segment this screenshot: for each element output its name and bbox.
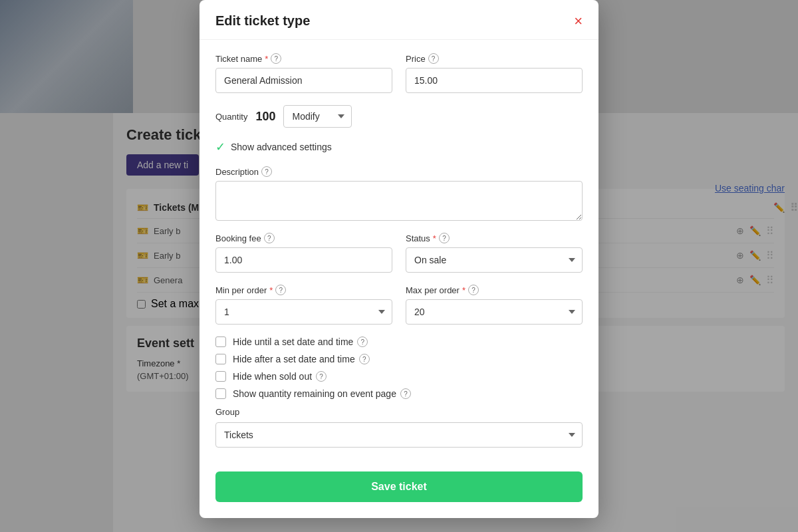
save-ticket-button[interactable]: Save ticket [215,471,583,502]
quantity-value: 100 [255,110,275,124]
hide-sold-out-label: Hide when sold out ? [233,371,327,382]
min-required: * [269,285,273,295]
advanced-settings-checkmark: ✓ [215,140,225,154]
close-modal-button[interactable]: × [574,14,583,29]
price-input[interactable] [406,68,583,93]
ticket-name-help-icon[interactable]: ? [271,53,281,64]
show-quantity-help-icon[interactable]: ? [400,388,411,399]
modal-overlay: Edit ticket type × Ticket name * ? Price [0,0,798,532]
description-label: Description ? [215,166,583,177]
hide-sold-out-checkbox[interactable] [215,371,226,382]
min-per-order-select[interactable]: 1 2 3 [215,299,392,325]
price-group: Price ? [406,53,583,93]
modal-title: Edit ticket type [215,13,310,29]
status-help-icon[interactable]: ? [439,233,450,243]
status-select[interactable]: On sale Off sale Sold out Hidden [406,247,583,273]
hide-after-help-icon[interactable]: ? [359,354,370,364]
ticket-name-label: Ticket name * ? [215,53,392,64]
ticket-name-input[interactable] [215,68,392,93]
hide-until-item: Hide until a set date and time ? [215,336,583,347]
advanced-settings-row: ✓ Show advanced settings [215,140,583,154]
quantity-label: Quantity [215,112,247,122]
price-help-icon[interactable]: ? [428,53,439,64]
booking-status-row: Booking fee ? Status * ? On sale Off sal… [215,233,583,273]
booking-fee-help-icon[interactable]: ? [264,233,275,243]
quantity-row: Quantity 100 Modify Set Unlimited [215,105,583,128]
hide-until-label: Hide until a set date and time ? [233,336,368,347]
hide-until-checkbox[interactable] [215,336,226,347]
modal-footer: Save ticket [200,461,598,518]
hide-until-help-icon[interactable]: ? [357,336,368,347]
booking-fee-label: Booking fee ? [215,233,392,243]
ticket-name-group: Ticket name * ? [215,53,392,93]
group-section: Group Tickets VIP General [215,407,583,448]
checkbox-group: Hide until a set date and time ? Hide af… [215,336,583,399]
booking-fee-input[interactable] [215,247,392,273]
min-max-row: Min per order * ? 1 2 3 Max per order * … [215,285,583,325]
max-required: * [462,285,466,295]
show-quantity-item: Show quantity remaining on event page ? [215,388,583,399]
hide-sold-out-help-icon[interactable]: ? [316,371,327,382]
quantity-select[interactable]: Modify Set Unlimited [283,105,352,128]
edit-ticket-modal: Edit ticket type × Ticket name * ? Price [200,0,598,518]
hide-sold-out-item: Hide when sold out ? [215,371,583,382]
ticket-name-required: * [265,54,268,64]
min-per-order-label: Min per order * ? [215,285,392,295]
price-label: Price ? [406,53,583,64]
name-price-row: Ticket name * ? Price ? [215,53,583,93]
description-input[interactable] [215,181,583,221]
booking-fee-group: Booking fee ? [215,233,392,273]
status-required: * [433,233,436,243]
status-group: Status * ? On sale Off sale Sold out Hid… [406,233,583,273]
description-help-icon[interactable]: ? [261,166,272,177]
show-quantity-checkbox[interactable] [215,388,226,399]
hide-after-checkbox[interactable] [215,354,226,364]
status-label: Status * ? [406,233,583,243]
modal-body: Ticket name * ? Price ? Quantity [200,40,598,461]
min-help-icon[interactable]: ? [275,285,286,295]
hide-after-item: Hide after a set date and time ? [215,354,583,364]
description-group: Description ? [215,166,583,221]
group-label: Group [215,407,583,417]
group-select[interactable]: Tickets VIP General [215,422,583,448]
modal-header: Edit ticket type × [200,0,598,40]
max-per-order-label: Max per order * ? [406,285,583,295]
min-per-order-group: Min per order * ? 1 2 3 [215,285,392,325]
advanced-settings-label[interactable]: Show advanced settings [231,142,332,152]
max-per-order-select[interactable]: 20 10 25 [406,299,583,325]
hide-after-label: Hide after a set date and time ? [233,354,370,364]
max-help-icon[interactable]: ? [468,285,479,295]
show-quantity-label: Show quantity remaining on event page ? [233,388,411,399]
max-per-order-group: Max per order * ? 20 10 25 [406,285,583,325]
